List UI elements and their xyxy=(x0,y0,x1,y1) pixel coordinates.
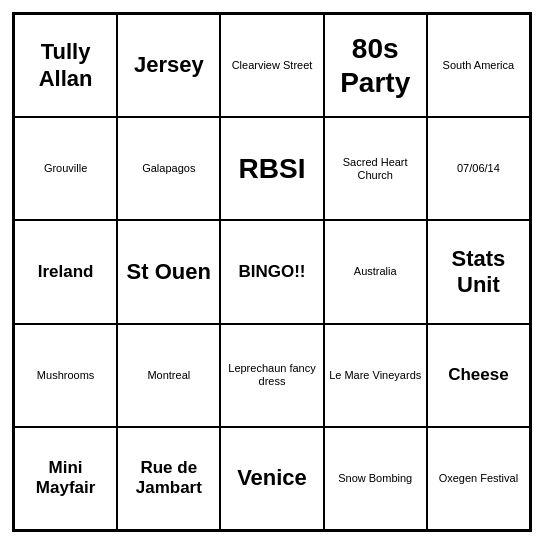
bingo-cell: Clearview Street xyxy=(220,14,323,117)
bingo-cell: Tully Allan xyxy=(14,14,117,117)
bingo-cell: Oxegen Festival xyxy=(427,427,530,530)
bingo-cell: St Ouen xyxy=(117,220,220,323)
bingo-cell: Snow Bombing xyxy=(324,427,427,530)
bingo-cell: Ireland xyxy=(14,220,117,323)
bingo-cell: Sacred Heart Church xyxy=(324,117,427,220)
bingo-cell: South America xyxy=(427,14,530,117)
bingo-cell: Australia xyxy=(324,220,427,323)
bingo-cell: BINGO!! xyxy=(220,220,323,323)
bingo-cell: Leprechaun fancy dress xyxy=(220,324,323,427)
bingo-cell: 80s Party xyxy=(324,14,427,117)
bingo-board: Tully AllanJerseyClearview Street80s Par… xyxy=(12,12,532,532)
bingo-cell: Mushrooms xyxy=(14,324,117,427)
bingo-cell: Montreal xyxy=(117,324,220,427)
bingo-cell: Jersey xyxy=(117,14,220,117)
bingo-cell: Cheese xyxy=(427,324,530,427)
bingo-cell: Mini Mayfair xyxy=(14,427,117,530)
bingo-cell: RBSI xyxy=(220,117,323,220)
bingo-cell: Stats Unit xyxy=(427,220,530,323)
bingo-cell: Galapagos xyxy=(117,117,220,220)
bingo-cell: Grouville xyxy=(14,117,117,220)
bingo-cell: Rue de Jambart xyxy=(117,427,220,530)
bingo-cell: Le Mare Vineyards xyxy=(324,324,427,427)
bingo-cell: 07/06/14 xyxy=(427,117,530,220)
bingo-cell: Venice xyxy=(220,427,323,530)
